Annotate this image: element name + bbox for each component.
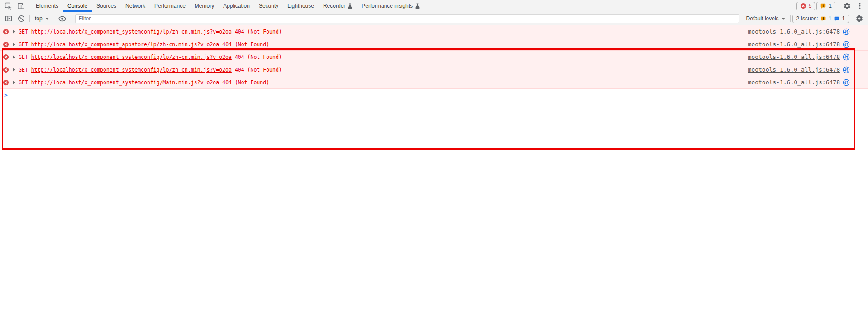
source-location-link[interactable]: mootools-1.6.0_all.js:6478 [748, 79, 840, 86]
kebab-menu-icon [856, 2, 863, 10]
console-prompt-chevron: > [4, 92, 8, 98]
divider [790, 15, 791, 22]
console-sidebar-toggle-button[interactable] [2, 13, 15, 24]
tab-label: Performance [154, 3, 186, 9]
tab-label: Sources [96, 3, 116, 9]
more-options-button[interactable] [854, 0, 866, 12]
request-method: GET [19, 54, 28, 60]
request-url-link[interactable]: http://localhost/x_component_systemconfi… [31, 67, 232, 73]
context-label: top [35, 15, 43, 22]
issues-label: 2 Issues: [796, 15, 818, 22]
toggle-device-toolbar-button[interactable] [14, 0, 27, 12]
expand-arrow-icon[interactable] [13, 68, 15, 72]
status-text: 404 (Not Found) [235, 54, 282, 60]
warning-bubble-icon [820, 16, 826, 22]
tab-memory[interactable]: Memory [190, 0, 219, 12]
console-error-row: GEThttp://localhost/x_component_systemco… [0, 76, 868, 89]
source-location-link[interactable]: mootools-1.6.0_all.js:6478 [748, 28, 840, 35]
block-slash-icon [18, 15, 25, 22]
source-location-link[interactable]: mootools-1.6.0_all.js:6478 [748, 53, 840, 60]
tab-label: Recorder [323, 3, 345, 9]
devtools-tab-bar: Elements Console Sources Network Perform… [0, 0, 868, 12]
request-method: GET [19, 67, 28, 73]
divider [71, 15, 71, 22]
error-message-text: GEThttp://localhost/x_component_systemco… [19, 67, 282, 73]
error-message-text: GEThttp://localhost/x_component_appstore… [19, 41, 269, 48]
log-levels-dropdown[interactable]: Default levels [743, 15, 788, 22]
tab-label: Console [67, 3, 87, 9]
tab-lighthouse[interactable]: Lighthouse [283, 0, 319, 12]
experiment-flask-icon [348, 3, 353, 9]
error-icon [3, 67, 9, 73]
tab-label: Memory [195, 3, 214, 9]
javascript-context-dropdown[interactable]: top [32, 15, 52, 22]
warning-count: 1 [829, 3, 832, 9]
request-method: GET [19, 41, 28, 48]
device-toolbar-icon [17, 2, 25, 10]
divider [54, 15, 54, 22]
status-text: 404 (Not Found) [235, 67, 282, 73]
request-url-link[interactable]: http://localhost/x_component_systemconfi… [31, 29, 232, 35]
tab-console[interactable]: Console [63, 0, 92, 12]
tab-security[interactable]: Security [254, 0, 283, 12]
tab-application[interactable]: Application [219, 0, 254, 12]
console-error-row: GEThttp://localhost/x_component_systemco… [0, 25, 868, 38]
expand-arrow-icon[interactable] [13, 30, 15, 34]
status-text: 404 (Not Found) [235, 29, 282, 35]
status-text: 404 (Not Found) [222, 79, 269, 86]
chevron-down-icon [782, 18, 785, 20]
error-icon [3, 79, 9, 86]
request-url-link[interactable]: http://localhost/x_component_systemconfi… [31, 54, 232, 60]
error-count: 5 [809, 3, 812, 9]
request-method: GET [19, 79, 28, 86]
error-message-text: GEThttp://localhost/x_component_systemco… [19, 54, 282, 60]
chevron-down-icon [45, 18, 49, 20]
create-live-expression-button[interactable] [56, 13, 69, 24]
request-initiator-icon[interactable] [843, 28, 850, 35]
error-message-text: GEThttp://localhost/x_component_systemco… [19, 29, 282, 35]
expand-arrow-icon[interactable] [13, 55, 15, 59]
tab-elements[interactable]: Elements [31, 0, 63, 12]
tab-network[interactable]: Network [121, 0, 150, 12]
expand-arrow-icon[interactable] [13, 43, 15, 46]
source-location-link[interactable]: mootools-1.6.0_all.js:6478 [748, 66, 840, 73]
error-circle-icon [800, 3, 806, 9]
issues-counter[interactable]: 2 Issues: 1 1 [792, 15, 849, 23]
error-icon [3, 41, 9, 48]
request-url-link[interactable]: http://localhost/x_component_systemconfi… [31, 79, 219, 86]
clear-console-button[interactable] [15, 13, 28, 24]
tab-label: Application [223, 3, 250, 9]
console-error-row: GEThttp://localhost/x_component_systemco… [0, 63, 868, 76]
error-message-text: GEThttp://localhost/x_component_systemco… [19, 79, 269, 86]
console-settings-button[interactable] [853, 13, 866, 24]
console-prompt[interactable]: > [0, 89, 868, 102]
settings-button[interactable] [841, 0, 854, 12]
gear-icon [844, 2, 851, 10]
filter-input[interactable] [75, 14, 739, 23]
divider [839, 2, 839, 10]
request-initiator-icon[interactable] [843, 66, 850, 73]
tab-performance[interactable]: Performance [150, 0, 190, 12]
source-location-link[interactable]: mootools-1.6.0_all.js:6478 [748, 41, 840, 48]
request-initiator-icon[interactable] [843, 79, 850, 86]
console-error-row: GEThttp://localhost/x_component_appstore… [0, 38, 868, 51]
issues-message-count: 1 [842, 15, 845, 22]
inspect-element-button[interactable] [2, 0, 14, 12]
error-count-badge[interactable]: 5 [796, 2, 816, 10]
issues-warning-count: 1 [829, 15, 832, 22]
error-icon [3, 29, 9, 35]
tab-label: Performance insights [362, 3, 413, 9]
tab-recorder[interactable]: Recorder [319, 0, 357, 12]
sidebar-panel-icon [5, 15, 12, 22]
tab-label: Security [259, 3, 278, 9]
request-initiator-icon[interactable] [843, 53, 850, 61]
tab-strip: Elements Console Sources Network Perform… [31, 0, 424, 12]
expand-arrow-icon[interactable] [13, 81, 15, 84]
tab-sources[interactable]: Sources [92, 0, 121, 12]
eye-icon [58, 15, 66, 23]
tab-performance-insights[interactable]: Performance insights [357, 0, 424, 12]
warning-count-badge[interactable]: 1 [816, 2, 835, 10]
request-initiator-icon[interactable] [843, 41, 850, 48]
request-url-link[interactable]: http://localhost/x_component_appstore/lp… [31, 41, 219, 48]
divider [851, 15, 851, 22]
